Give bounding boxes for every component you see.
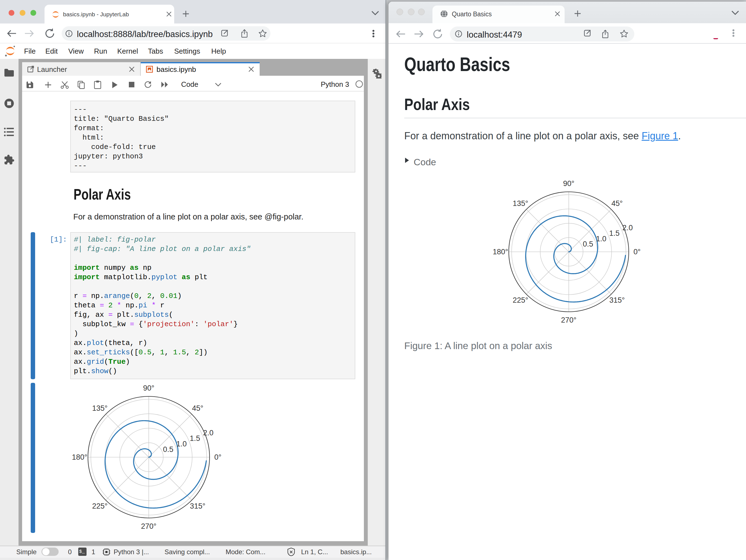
svg-text:135°: 135° (92, 404, 108, 412)
svg-text:0.5: 0.5 (163, 445, 173, 453)
svg-text:225°: 225° (513, 296, 528, 304)
svg-text:0.5: 0.5 (583, 240, 593, 248)
svg-text:1.5: 1.5 (609, 229, 620, 237)
svg-text:135°: 135° (513, 199, 528, 208)
svg-text:0°: 0° (214, 453, 222, 461)
svg-text:225°: 225° (92, 502, 108, 510)
svg-text:45°: 45° (192, 404, 203, 412)
svg-text:270°: 270° (141, 522, 156, 530)
svg-text:315°: 315° (190, 502, 205, 510)
svg-text:1.0: 1.0 (596, 235, 607, 243)
svg-text:2.0: 2.0 (203, 429, 214, 437)
svg-text:0°: 0° (633, 248, 641, 256)
svg-text:180°: 180° (72, 453, 87, 461)
svg-text:180°: 180° (493, 248, 508, 256)
svg-text:2.0: 2.0 (623, 224, 633, 232)
svg-text:90°: 90° (563, 179, 575, 188)
svg-text:315°: 315° (609, 296, 625, 304)
svg-text:90°: 90° (143, 384, 154, 392)
svg-text:1.5: 1.5 (190, 434, 200, 443)
svg-text:1.0: 1.0 (176, 440, 187, 448)
svg-text:270°: 270° (561, 316, 576, 324)
svg-text:45°: 45° (611, 199, 623, 208)
